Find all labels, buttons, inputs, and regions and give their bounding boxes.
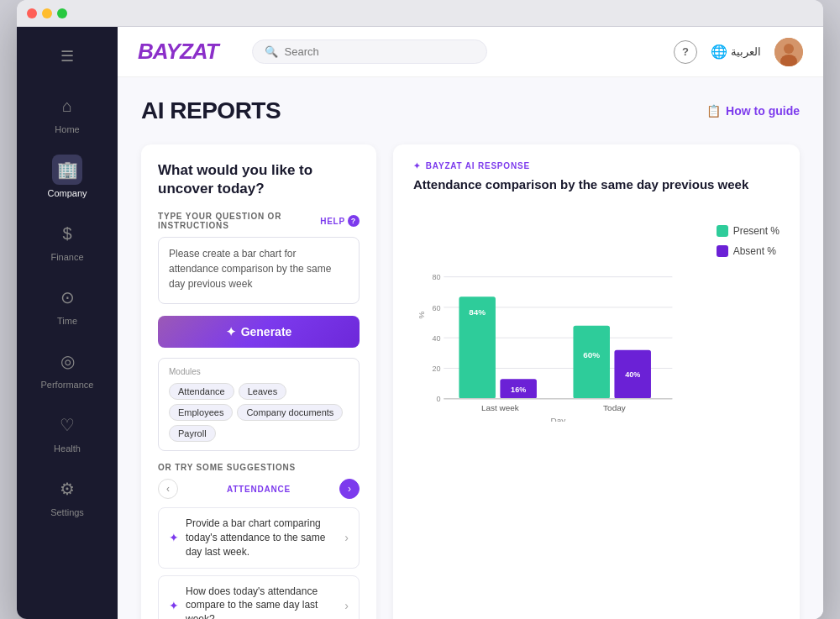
svg-text:%: %	[417, 311, 426, 318]
close-dot[interactable]	[27, 8, 37, 18]
instructions-label: TYPE YOUR QUESTION OR INSTRUCTIONS Help …	[158, 212, 360, 230]
titlebar	[17, 0, 823, 27]
page-header: AI REPORTS 📋 How to guide	[141, 97, 800, 124]
svg-text:84%: 84%	[469, 307, 486, 317]
help-circle-icon: ?	[348, 215, 360, 227]
suggestion-item-1[interactable]: ✦ How does today's attendance compare to…	[158, 575, 360, 619]
globe-icon: 🌐	[711, 44, 727, 60]
chevron-right-icon-1: ›	[344, 599, 349, 612]
bar-chart: % 0 20	[413, 208, 703, 422]
tag-company-documents[interactable]: Company documents	[237, 404, 343, 421]
sidebar-item-company[interactable]: 🏢 Company	[17, 146, 118, 207]
right-panel: ✦ BAYZAT AI RESPONSE Attendance comparis…	[393, 144, 800, 619]
attendance-nav: ‹ ATTENDANCE ›	[158, 479, 360, 499]
maximize-dot[interactable]	[57, 8, 67, 18]
svg-text:0: 0	[437, 395, 441, 403]
chart-container: % 0 20	[413, 208, 703, 425]
svg-text:16%: 16%	[511, 386, 526, 394]
sidebar-item-performance[interactable]: ◎ Performance	[17, 338, 118, 398]
chart-area: % 0 20	[413, 208, 780, 425]
sidebar-label-company: Company	[47, 188, 87, 198]
generate-button[interactable]: ✦ Generate	[158, 316, 360, 348]
health-icon: ♡	[60, 415, 75, 435]
header: BAYZAT 🔍 ? 🌐 العربية	[118, 27, 823, 77]
help-button[interactable]: ?	[674, 40, 697, 64]
time-icon: ⊙	[60, 287, 75, 307]
sidebar: ☰ ⌂ Home 🏢 Company $ Finance ⊙	[17, 27, 118, 619]
legend-present-color	[717, 225, 728, 237]
left-panel: What would you like to uncover today? TY…	[141, 144, 376, 619]
company-icon: 🏢	[57, 160, 78, 180]
search-input[interactable]	[285, 45, 475, 58]
instruction-textarea[interactable]: Please create a bar chart for attendance…	[158, 237, 360, 304]
page-title: AI REPORTS	[141, 97, 281, 124]
sidebar-label-performance: Performance	[41, 380, 94, 390]
chevron-right-icon-0: ›	[344, 531, 349, 544]
content-area: What would you like to uncover today? TY…	[141, 144, 800, 619]
sidebar-label-finance: Finance	[50, 252, 83, 262]
app-body: ☰ ⌂ Home 🏢 Company $ Finance ⊙	[17, 27, 823, 619]
guide-label: How to guide	[726, 104, 800, 118]
sidebar-label-time: Time	[57, 316, 77, 326]
legend-absent-color	[717, 245, 728, 257]
svg-text:60%: 60%	[583, 350, 600, 359]
ai-icon-0: ✦	[169, 531, 179, 544]
sidebar-item-time[interactable]: ⊙ Time	[17, 274, 118, 334]
generate-icon: ✦	[226, 325, 236, 338]
performance-icon: ◎	[60, 351, 75, 371]
finance-icon: $	[62, 224, 71, 244]
svg-point-1	[784, 44, 794, 54]
or-try-label: OR TRY SOME SUGGESTIONS	[158, 463, 360, 472]
legend-absent-label: Absent %	[733, 245, 776, 257]
search-icon: 🔍	[265, 45, 278, 58]
hamburger-icon: ☰	[60, 47, 74, 66]
chart-legend: Present % Absent %	[717, 208, 780, 257]
settings-icon: ⚙	[60, 479, 75, 499]
svg-text:40%: 40%	[625, 370, 640, 379]
hamburger-button[interactable]: ☰	[17, 40, 118, 79]
avatar-image	[774, 38, 803, 66]
main-content: BAYZAT 🔍 ? 🌐 العربية	[118, 27, 823, 619]
tag-payroll[interactable]: Payroll	[169, 425, 216, 442]
generate-label: Generate	[241, 325, 292, 338]
tag-attendance[interactable]: Attendance	[169, 383, 234, 400]
sidebar-label-home: Home	[55, 124, 79, 134]
legend-present: Present %	[717, 225, 780, 237]
how-to-guide-button[interactable]: 📋 How to guide	[706, 104, 800, 118]
modules-label: Modules	[169, 367, 349, 376]
chart-title: Attendance comparison by the same day pr…	[413, 177, 780, 191]
svg-text:Last week: Last week	[481, 403, 519, 412]
sidebar-item-settings[interactable]: ⚙ Settings	[17, 465, 118, 526]
minimize-dot[interactable]	[42, 8, 52, 18]
header-right: ? 🌐 العربية	[674, 38, 803, 66]
avatar[interactable]	[774, 38, 803, 66]
svg-text:40: 40	[433, 334, 441, 343]
home-icon: ⌂	[62, 97, 72, 116]
search-bar[interactable]: 🔍	[252, 39, 487, 64]
suggestion-item-0[interactable]: ✦ Provide a bar chart comparing today's …	[158, 507, 360, 568]
guide-icon: 📋	[706, 104, 721, 118]
svg-text:60: 60	[433, 304, 441, 312]
ai-response-icon: ✦	[413, 161, 421, 170]
tag-employees[interactable]: Employees	[169, 404, 233, 421]
logo: BAYZAT	[138, 39, 218, 65]
legend-absent: Absent %	[717, 245, 780, 257]
sidebar-label-health: Health	[54, 443, 81, 454]
bar-today-present	[573, 326, 610, 399]
svg-text:Day: Day	[550, 416, 565, 422]
nav-next-button[interactable]: ›	[339, 479, 360, 499]
ai-response-label: ✦ BAYZAT AI RESPONSE	[413, 161, 780, 170]
sidebar-item-finance[interactable]: $ Finance	[17, 210, 118, 270]
nav-prev-button[interactable]: ‹	[158, 479, 178, 499]
suggestion-text-1: How does today's attendance compare to t…	[186, 585, 338, 619]
page: AI REPORTS 📋 How to guide What would you…	[118, 77, 823, 619]
svg-text:20: 20	[433, 365, 441, 373]
language-button[interactable]: 🌐 العربية	[711, 44, 761, 60]
attendance-section-title: ATTENDANCE	[227, 485, 291, 494]
sidebar-item-health[interactable]: ♡ Health	[17, 401, 118, 462]
modules-box: Modules Attendance Leaves Employees Comp…	[158, 358, 360, 451]
sidebar-item-home[interactable]: ⌂ Home	[17, 82, 118, 143]
suggestion-text-0: Provide a bar chart comparing today's at…	[186, 517, 338, 559]
tag-leaves[interactable]: Leaves	[239, 383, 286, 400]
svg-text:Today: Today	[603, 403, 626, 412]
